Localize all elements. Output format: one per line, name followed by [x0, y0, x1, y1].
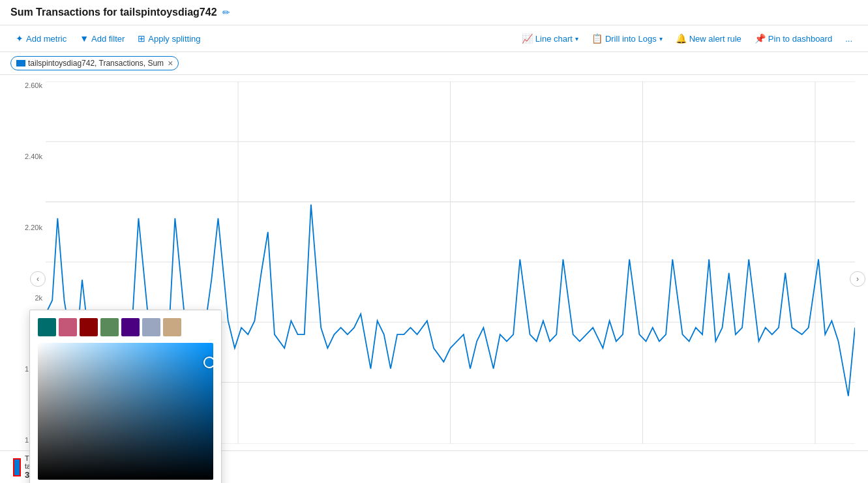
pin-icon: 📌 — [755, 33, 766, 44]
split-icon: ⊞ — [138, 33, 145, 44]
preset-swatch-4[interactable] — [121, 318, 140, 336]
add-filter-button[interactable]: ▼ Add filter — [74, 31, 130, 46]
color-picker-popup: Apply Cancel — [29, 310, 222, 483]
page-title: Sum Transactions for tailspintoysdiag742 — [10, 7, 217, 18]
edit-title-icon[interactable]: ✏ — [222, 7, 230, 18]
filter-tag-bar: tailspintoysdiag742, Transactions, Sum × — [0, 52, 868, 75]
drill-logs-icon: 📋 — [591, 33, 603, 44]
line-chart-icon: 📈 — [522, 33, 533, 44]
filter-tag-icon — [16, 60, 25, 66]
toolbar-left: ✦ Add metric ▼ Add filter ⊞ Apply splitt… — [10, 31, 514, 46]
color-gradient-picker[interactable] — [38, 343, 213, 480]
filter-icon: ▼ — [80, 33, 89, 44]
main-container: Sum Transactions for tailspintoysdiag742… — [0, 0, 868, 483]
drill-logs-caret: ▾ — [659, 35, 663, 42]
preset-colors-row — [38, 318, 213, 336]
y-label-1: 2.40k — [7, 153, 42, 160]
y-label-0: 2.60k — [7, 81, 42, 89]
add-metric-icon: ✦ — [16, 33, 23, 44]
toolbar: ✦ Add metric ▼ Add filter ⊞ Apply splitt… — [0, 25, 868, 52]
chart-nav-right[interactable]: › — [850, 271, 865, 287]
alert-icon: 🔔 — [676, 33, 687, 44]
line-chart-button[interactable]: 📈 Line chart ▾ — [516, 31, 584, 46]
y-label-2: 2.20k — [7, 224, 42, 231]
more-options-button[interactable]: ... — [840, 31, 858, 46]
preset-swatch-0[interactable] — [38, 318, 56, 336]
toolbar-right: 📈 Line chart ▾ 📋 Drill into Logs ▾ 🔔 New… — [516, 31, 858, 46]
chart-nav-left[interactable]: ‹ — [30, 271, 46, 287]
title-bar: Sum Transactions for tailspintoysdiag742… — [0, 0, 868, 25]
preset-swatch-5[interactable] — [142, 318, 160, 336]
picker-circle[interactable] — [203, 357, 213, 368]
chart-area: ‹ › 2.60k 2.40k 2.20k 2k 1.80k 1.60k — [0, 75, 868, 483]
pin-to-dashboard-button[interactable]: 📌 Pin to dashboard — [749, 31, 837, 46]
add-metric-button[interactable]: ✦ Add metric — [10, 31, 72, 46]
preset-swatch-2[interactable] — [80, 318, 98, 336]
y-label-3: 2k — [7, 294, 42, 302]
new-alert-rule-button[interactable]: 🔔 New alert rule — [670, 31, 747, 46]
legend-color-swatch[interactable] — [13, 458, 21, 476]
drill-into-logs-button[interactable]: 📋 Drill into Logs ▾ — [586, 31, 668, 46]
preset-swatch-3[interactable] — [100, 318, 119, 336]
filter-tag: tailspintoysdiag742, Transactions, Sum × — [10, 56, 179, 70]
apply-splitting-button[interactable]: ⊞ Apply splitting — [132, 31, 205, 46]
preset-swatch-1[interactable] — [59, 318, 77, 336]
gradient-bg — [38, 343, 213, 480]
line-chart-caret: ▾ — [575, 35, 578, 42]
filter-tag-label: tailspintoysdiag742, Transactions, Sum — [28, 59, 164, 68]
filter-tag-close-button[interactable]: × — [168, 58, 173, 68]
preset-swatch-6[interactable] — [163, 318, 181, 336]
